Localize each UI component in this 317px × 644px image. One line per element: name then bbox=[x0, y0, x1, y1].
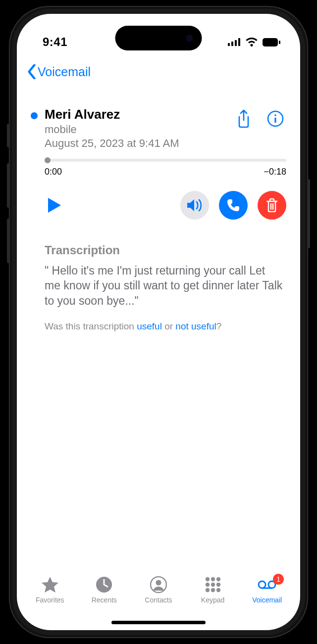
back-button[interactable]: Voicemail bbox=[17, 57, 300, 79]
svg-point-15 bbox=[205, 583, 209, 587]
svg-point-13 bbox=[211, 577, 214, 581]
time-elapsed: 0:00 bbox=[45, 167, 62, 177]
screen: 9:41 Voicemail Meri Alvarez mobile Augus… bbox=[17, 14, 300, 630]
svg-point-20 bbox=[216, 588, 220, 592]
wifi-icon bbox=[246, 38, 258, 46]
svg-point-21 bbox=[259, 581, 265, 588]
home-indicator[interactable] bbox=[111, 621, 206, 624]
feedback-or: or bbox=[162, 321, 175, 331]
feedback-not-useful-link[interactable]: not useful bbox=[175, 321, 216, 331]
transcription-heading: Transcription bbox=[45, 243, 286, 257]
tab-keypad[interactable]: Keypad bbox=[188, 576, 238, 604]
svg-point-18 bbox=[205, 588, 209, 592]
keypad-icon bbox=[205, 576, 221, 593]
trash-icon bbox=[266, 198, 278, 212]
voicemail-badge: 1 bbox=[273, 574, 284, 585]
call-back-button[interactable] bbox=[219, 191, 248, 220]
speaker-button[interactable] bbox=[180, 191, 209, 220]
share-button[interactable] bbox=[234, 109, 254, 129]
voicemail-detail: Meri Alvarez mobile August 25, 2023 at 9… bbox=[17, 79, 300, 569]
tab-label: Keypad bbox=[201, 596, 224, 604]
tab-label: Recents bbox=[92, 596, 117, 604]
clock-icon bbox=[96, 576, 112, 593]
svg-point-14 bbox=[216, 577, 220, 581]
time-remaining: −0:18 bbox=[264, 167, 286, 177]
svg-rect-5 bbox=[279, 41, 280, 44]
svg-rect-8 bbox=[274, 118, 276, 123]
person-icon bbox=[150, 576, 167, 593]
tab-label: Favorites bbox=[36, 596, 64, 604]
time-row: 0:00 −0:18 bbox=[45, 167, 286, 177]
status-icons bbox=[228, 38, 280, 46]
side-button-vol-down bbox=[7, 219, 10, 263]
delete-button[interactable] bbox=[258, 191, 286, 220]
feedback-suffix: ? bbox=[216, 321, 222, 331]
status-time: 9:41 bbox=[43, 35, 67, 49]
svg-rect-2 bbox=[235, 40, 237, 46]
speaker-icon bbox=[186, 198, 203, 212]
tab-label: Voicemail bbox=[252, 596, 282, 604]
header-actions bbox=[234, 109, 285, 129]
tab-contacts[interactable]: Contacts bbox=[134, 576, 183, 604]
play-icon bbox=[47, 197, 62, 214]
unread-indicator bbox=[31, 112, 38, 119]
cellular-icon bbox=[228, 38, 241, 46]
feedback-prefix: Was this transcription bbox=[45, 321, 137, 331]
info-button[interactable] bbox=[265, 109, 285, 129]
phone-icon bbox=[226, 198, 240, 212]
playback-scrubber[interactable]: 0:00 −0:18 bbox=[45, 159, 286, 177]
tab-favorites[interactable]: Favorites bbox=[25, 576, 75, 604]
tab-voicemail[interactable]: 1 Voicemail bbox=[242, 576, 292, 604]
svg-point-12 bbox=[205, 577, 209, 581]
svg-point-7 bbox=[274, 114, 276, 116]
share-icon bbox=[236, 109, 251, 128]
scrubber-track[interactable] bbox=[45, 159, 286, 162]
voicemail-header: Meri Alvarez mobile August 25, 2023 at 9… bbox=[31, 107, 286, 150]
svg-rect-3 bbox=[238, 38, 240, 46]
svg-point-16 bbox=[211, 583, 214, 587]
svg-rect-4 bbox=[263, 38, 278, 46]
chevron-left-icon bbox=[27, 64, 37, 79]
svg-point-19 bbox=[211, 588, 214, 592]
caller-name: Meri Alvarez bbox=[45, 107, 234, 122]
battery-icon bbox=[263, 38, 280, 46]
info-icon bbox=[267, 110, 284, 127]
tab-label: Contacts bbox=[145, 596, 172, 604]
side-button-silent bbox=[7, 124, 10, 147]
voicemail-meta: Meri Alvarez mobile August 25, 2023 at 9… bbox=[45, 107, 234, 150]
caller-timestamp: August 25, 2023 at 9:41 AM bbox=[45, 137, 234, 150]
playback-controls bbox=[44, 191, 286, 220]
caller-line-type: mobile bbox=[45, 123, 234, 136]
star-icon bbox=[41, 576, 59, 593]
side-button-vol-up bbox=[7, 163, 10, 208]
tab-recents[interactable]: Recents bbox=[79, 576, 129, 604]
transcription-feedback: Was this transcription useful or not use… bbox=[45, 321, 286, 332]
transcription-body: " Hello it's me I'm just returning your … bbox=[45, 263, 286, 308]
svg-rect-1 bbox=[231, 42, 233, 46]
svg-point-11 bbox=[156, 580, 161, 586]
scrubber-thumb[interactable] bbox=[45, 157, 51, 163]
feedback-useful-link[interactable]: useful bbox=[137, 321, 162, 331]
play-button[interactable] bbox=[44, 194, 65, 216]
transcription-section: Transcription " Hello it's me I'm just r… bbox=[45, 243, 286, 332]
side-button-power bbox=[307, 179, 310, 248]
back-label: Voicemail bbox=[38, 65, 91, 79]
svg-point-17 bbox=[216, 583, 220, 587]
dynamic-island bbox=[115, 26, 202, 50]
svg-rect-0 bbox=[228, 43, 230, 46]
